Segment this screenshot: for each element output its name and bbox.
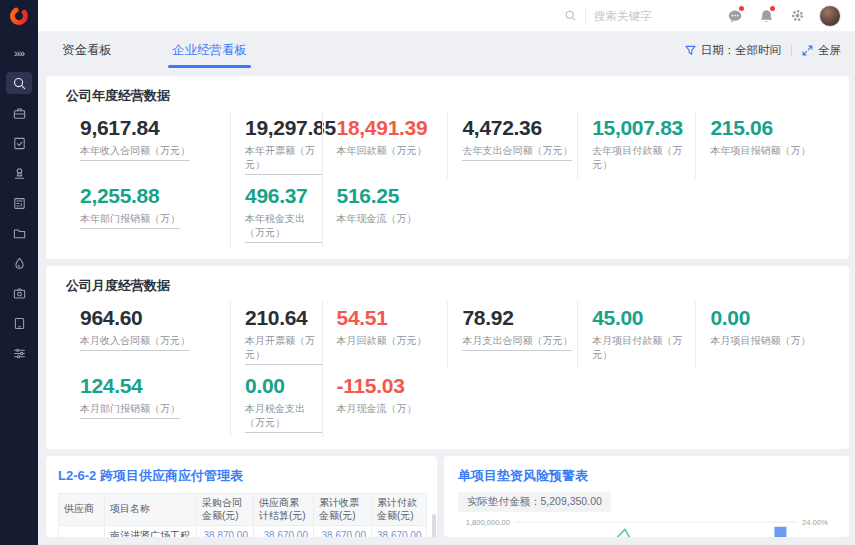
tablet-icon	[12, 316, 27, 331]
amount-cell: 38,670.00	[372, 526, 427, 538]
amount-cell: 38,670.00	[254, 526, 314, 538]
table-row: 西安云峰建材有限公司南洋进贤广场工程38,870.0038,670.0038,6…	[59, 526, 427, 538]
kpi-label[interactable]: 本年收入合同额（万元）	[80, 144, 190, 161]
kpi-value: 54.51	[337, 306, 448, 330]
kpi-item: 0.00本月项目报销额（万）	[695, 301, 829, 369]
supplier-payable-table-card: L2-6-2 跨项目供应商应付管理表 供应商项目名称采购合同金额(元)供应商累计…	[46, 456, 437, 537]
search-input[interactable]	[594, 10, 684, 22]
table-header: 供应商累计结算(元)	[254, 494, 314, 526]
sidebar-item-device[interactable]	[6, 312, 32, 334]
kpi-item: 9,617.84本年收入合同额（万元）	[66, 111, 230, 179]
chart-title: 单项目垫资风险预警表	[458, 467, 839, 485]
kpi-value: 78.92	[462, 306, 577, 330]
card-title: 公司月度经营数据	[66, 277, 829, 295]
app-window: »»	[0, 0, 855, 545]
kpi-label: 本年项目报销额（万）	[710, 144, 810, 158]
topbar-icons	[726, 5, 841, 27]
kpi-label[interactable]: 本月部门报销额（万）	[80, 402, 180, 419]
risk-warning-chart-card: 单项目垫资风险预警表 实际垫付金额：5,209,350.00 1,800,000…	[444, 456, 849, 537]
bell-icon[interactable]	[757, 7, 775, 25]
water-drop-icon	[12, 256, 27, 271]
kpi-item: 15,007.83去年项目付款额（万元）	[577, 111, 695, 179]
table-header: 累计付款金额(元)	[372, 494, 427, 526]
camera-icon	[12, 286, 27, 301]
annual-kpi-grid: 9,617.84本年收入合同额（万元）19,297.85本年开票额（万元）18,…	[66, 111, 829, 247]
sidebar-item-bank[interactable]	[6, 102, 32, 124]
table-title: L2-6-2 跨项目供应商应付管理表	[58, 467, 431, 485]
sidebar-collapse-icon[interactable]: »»	[14, 42, 24, 64]
kpi-value: 124.54	[80, 374, 230, 398]
kpi-label[interactable]: 本年税金支出（万元）	[245, 212, 322, 243]
table-scrollbar[interactable]	[432, 514, 436, 537]
kpi-label[interactable]: 本月收入合同额（万元）	[80, 334, 190, 351]
kpi-label[interactable]: 去年支出合同额（万元）	[462, 144, 572, 161]
tab-0[interactable]: 资金看板	[58, 32, 116, 68]
kpi-value: 15,007.83	[592, 116, 695, 140]
kpi-value: 516.25	[337, 184, 448, 208]
dashboard-content: 公司年度经营数据 9,617.84本年收入合同额（万元）19,297.85本年开…	[38, 68, 855, 545]
table-header: 供应商	[59, 494, 105, 526]
kpi-label[interactable]: 本月支出合同额（万元）	[462, 334, 572, 351]
kpi-value: 45.00	[592, 306, 695, 330]
table-header: 累计收票金额(元)	[314, 494, 372, 526]
calculator-icon	[12, 196, 27, 211]
date-filter[interactable]: 日期：全部时间	[685, 43, 782, 58]
date-filter-label: 日期：全部时间	[701, 43, 782, 58]
kpi-label: 本月现金流（万）	[337, 402, 417, 416]
amount-cell: 38,870.00	[197, 526, 254, 538]
messages-icon[interactable]	[726, 7, 744, 25]
briefcase-icon	[12, 106, 27, 121]
kpi-value: 964.60	[80, 306, 230, 330]
sidebar-item-projects[interactable]	[6, 222, 32, 244]
sidebar: »»	[0, 0, 38, 545]
tab-1[interactable]: 企业经营看板	[168, 32, 251, 68]
sidebar-item-schedule[interactable]	[6, 282, 32, 304]
kpi-label[interactable]: 本年开票额（万元）	[245, 144, 322, 175]
sidebar-nav	[6, 72, 32, 364]
kpi-item: 0.00本月税金支出（万元）	[230, 369, 322, 437]
kpi-item: 215.06本年项目报销额（万）	[695, 111, 829, 179]
sidebar-item-seal[interactable]	[6, 162, 32, 184]
bar	[774, 527, 786, 537]
kpi-value: 0.00	[710, 306, 829, 330]
kpi-item: 210.64本月开票额（万元）	[230, 301, 322, 369]
line-series	[532, 529, 781, 537]
sidebar-item-search[interactable]	[6, 72, 32, 94]
kpi-label[interactable]: 本月开票额（万元）	[245, 334, 322, 365]
sidebar-item-funds[interactable]	[6, 252, 32, 274]
monthly-kpi-grid: 964.60本月收入合同额（万元）210.64本月开票额（万元）54.51本月回…	[66, 301, 829, 437]
kpi-value: 19,297.85	[245, 116, 322, 140]
table-header: 采购合同金额(元)	[197, 494, 254, 526]
bar-line-chart: 1,800,000.0024.00%1,350,000.0018.00%900,…	[458, 512, 839, 537]
kpi-item: 54.51本月回款额（万元）	[322, 301, 448, 369]
annual-kpi-card: 公司年度经营数据 9,617.84本年收入合同额（万元）19,297.85本年开…	[46, 76, 849, 259]
topbar	[38, 0, 855, 32]
tabs: 资金看板企业经营看板	[38, 32, 303, 68]
svg-text:1,800,000.00: 1,800,000.00	[466, 518, 510, 527]
kpi-label: 本月项目付款额（万元）	[592, 334, 695, 362]
kpi-value: 210.64	[245, 306, 322, 330]
funnel-icon	[685, 45, 696, 56]
divider	[791, 44, 792, 57]
sidebar-item-approval[interactable]	[6, 132, 32, 154]
gear-icon[interactable]	[788, 7, 806, 25]
folder-icon	[12, 226, 27, 241]
kpi-label: 去年项目付款额（万元）	[592, 144, 695, 172]
user-avatar[interactable]	[819, 5, 841, 27]
kpi-label: 本年现金流（万）	[337, 212, 417, 226]
monthly-kpi-card: 公司月度经营数据 964.60本月收入合同额（万元）210.64本月开票额（万元…	[46, 266, 849, 449]
kpi-label[interactable]: 本年部门报销额（万）	[80, 212, 180, 229]
supplier-cell: 西安云峰建材有限公司	[59, 526, 105, 538]
fullscreen-button[interactable]: 全屏	[802, 43, 841, 58]
fullscreen-icon	[802, 45, 813, 56]
kpi-label[interactable]: 本月税金支出（万元）	[245, 402, 322, 433]
app-logo-icon[interactable]	[0, 0, 38, 32]
sidebar-item-ledger[interactable]	[6, 192, 32, 214]
kpi-item: 2,255.88本年部门报销额（万）	[66, 179, 230, 247]
kpi-item: 516.25本年现金流（万）	[322, 179, 448, 247]
sliders-icon	[12, 346, 27, 361]
global-search	[564, 9, 684, 23]
sidebar-item-settings-panel[interactable]	[6, 342, 32, 364]
kpi-label: 本月回款额（万元）	[337, 334, 427, 348]
notification-dot	[770, 6, 775, 11]
